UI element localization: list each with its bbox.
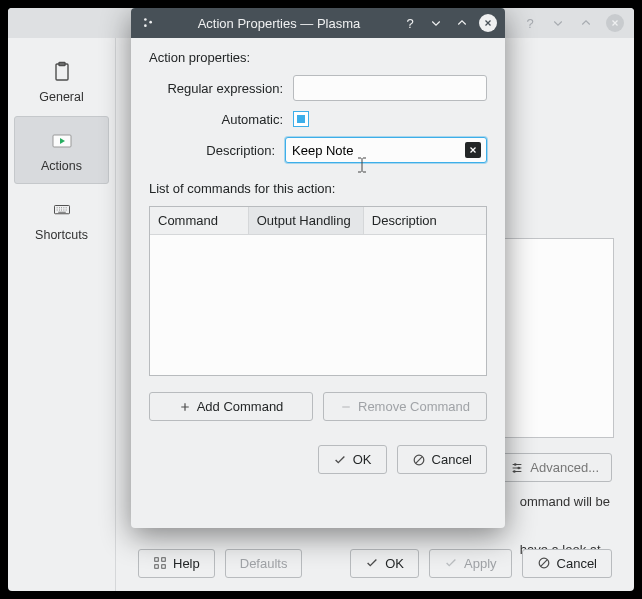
- sidebar-item-general[interactable]: General: [14, 48, 109, 114]
- chevron-down-icon: [550, 15, 566, 31]
- clipboard-icon: [48, 58, 76, 86]
- description-input[interactable]: [285, 137, 487, 163]
- svg-rect-9: [155, 565, 159, 569]
- close-button[interactable]: [479, 14, 497, 32]
- dialog-cancel-label: Cancel: [432, 452, 472, 467]
- sidebar-item-label: Actions: [41, 159, 82, 173]
- bg-ok-label: OK: [385, 556, 404, 571]
- bg-apply-label: Apply: [464, 556, 497, 571]
- action-properties-dialog: Action Properties — Plasma ? Action prop…: [131, 8, 505, 528]
- dialog-ok-button[interactable]: OK: [318, 445, 387, 474]
- bg-hint-text-1: ommand will be: [520, 494, 610, 509]
- dialog-titlebar[interactable]: Action Properties — Plasma ?: [131, 8, 505, 38]
- dialog-heading: Action properties:: [149, 50, 487, 65]
- svg-point-12: [144, 18, 147, 21]
- commands-table[interactable]: Command Output Handling Description: [149, 206, 487, 376]
- svg-rect-8: [162, 558, 166, 562]
- commands-table-body[interactable]: [150, 235, 486, 375]
- sidebar-item-label: Shortcuts: [35, 228, 88, 242]
- defaults-button[interactable]: Defaults: [225, 549, 303, 578]
- help-button-label: Help: [173, 556, 200, 571]
- help-grid-icon: [153, 556, 167, 570]
- bg-button-bar: Help Defaults OK Apply Cancel: [116, 535, 634, 591]
- advanced-button[interactable]: Advanced...: [497, 453, 612, 482]
- dialog-cancel-button[interactable]: Cancel: [397, 445, 487, 474]
- sidebar-item-actions[interactable]: Actions: [14, 116, 109, 184]
- advanced-button-label: Advanced...: [530, 460, 599, 475]
- check-icon: [333, 453, 347, 467]
- play-action-icon: [48, 127, 76, 155]
- commands-table-header: Command Output Handling Description: [150, 207, 486, 235]
- help-icon[interactable]: ?: [401, 14, 419, 32]
- settings-sidebar: General Actions Shortcuts: [8, 38, 116, 591]
- remove-command-label: Remove Command: [358, 399, 470, 414]
- clear-text-icon[interactable]: [465, 142, 481, 158]
- regex-input[interactable]: [293, 75, 487, 101]
- chevron-down-icon[interactable]: [427, 14, 445, 32]
- col-output[interactable]: Output Handling: [249, 207, 364, 234]
- col-command[interactable]: Command: [150, 207, 249, 234]
- check-icon: [444, 556, 458, 570]
- dialog-footer: OK Cancel: [149, 431, 487, 474]
- help-icon: ?: [522, 15, 538, 31]
- add-command-label: Add Command: [197, 399, 284, 414]
- sidebar-item-label: General: [39, 90, 83, 104]
- regex-label: Regular expression:: [149, 81, 283, 96]
- close-icon: [483, 18, 493, 28]
- svg-point-14: [144, 24, 147, 27]
- col-description[interactable]: Description: [364, 207, 486, 234]
- svg-rect-10: [162, 565, 166, 569]
- dialog-title: Action Properties — Plasma: [165, 16, 393, 31]
- forbidden-icon: [412, 453, 426, 467]
- bg-cancel-label: Cancel: [557, 556, 597, 571]
- commands-heading: List of commands for this action:: [149, 181, 487, 196]
- defaults-button-label: Defaults: [240, 556, 288, 571]
- svg-point-5: [518, 466, 521, 469]
- bg-ok-button[interactable]: OK: [350, 549, 419, 578]
- bg-cancel-button[interactable]: Cancel: [522, 549, 612, 578]
- bg-apply-button[interactable]: Apply: [429, 549, 512, 578]
- plus-icon: [179, 401, 191, 413]
- chevron-up-icon: [578, 15, 594, 31]
- automatic-label: Automatic:: [149, 112, 283, 127]
- check-icon: [365, 556, 379, 570]
- app-menu-icon[interactable]: [139, 14, 157, 32]
- close-icon: [606, 14, 624, 32]
- svg-point-6: [513, 470, 516, 473]
- forbidden-icon: [537, 556, 551, 570]
- remove-command-button: Remove Command: [323, 392, 487, 421]
- sliders-icon: [510, 461, 524, 475]
- help-button[interactable]: Help: [138, 549, 215, 578]
- dialog-ok-label: OK: [353, 452, 372, 467]
- svg-point-13: [149, 21, 152, 24]
- automatic-checkbox[interactable]: [293, 111, 309, 127]
- keyboard-icon: [48, 196, 76, 224]
- chevron-up-icon[interactable]: [453, 14, 471, 32]
- svg-rect-7: [155, 558, 159, 562]
- svg-point-4: [514, 463, 517, 466]
- svg-rect-0: [56, 64, 68, 80]
- sidebar-item-shortcuts[interactable]: Shortcuts: [14, 186, 109, 252]
- minus-icon: [340, 401, 352, 413]
- add-command-button[interactable]: Add Command: [149, 392, 313, 421]
- description-label: Description:: [149, 143, 275, 158]
